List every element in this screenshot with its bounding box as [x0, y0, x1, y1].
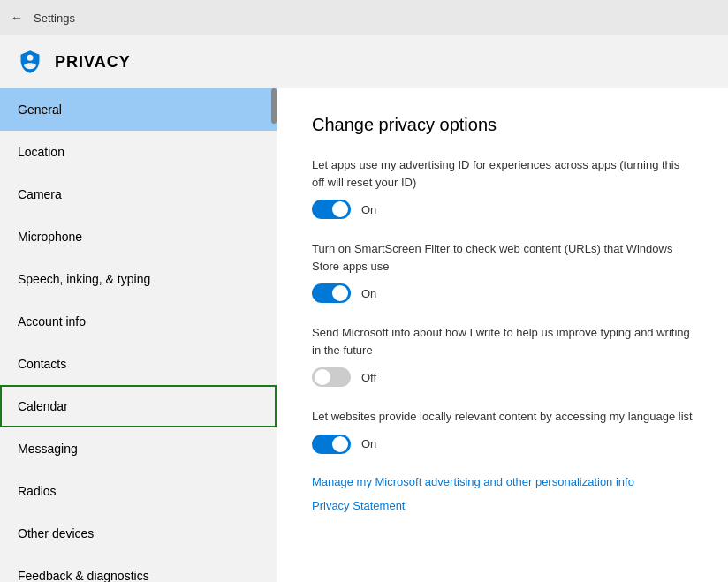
privacy-icon [18, 49, 42, 74]
toggle-label-typing-info: Off [361, 371, 376, 384]
toggle-knob-advertising-id [332, 201, 348, 217]
sidebar-item-other-devices[interactable]: Other devices [0, 512, 277, 555]
toggle-advertising-id[interactable] [312, 200, 351, 219]
toggle-typing-info[interactable] [312, 367, 351, 387]
option-description-language-list: Let websites provide locally relevant co… [312, 408, 693, 426]
toggle-label-advertising-id: On [361, 203, 376, 216]
content-title: Change privacy options [312, 115, 693, 135]
main-container: GeneralLocationCameraMicrophoneSpeech, i… [0, 88, 728, 582]
app-title: PRIVACY [55, 53, 131, 72]
toggle-row-smartscreen: On [312, 283, 693, 303]
toggle-smartscreen[interactable] [312, 283, 351, 303]
toggle-row-language-list: On [312, 435, 693, 454]
option-description-typing-info: Send Microsoft info about how I write to… [312, 324, 693, 359]
option-description-smartscreen: Turn on SmartScreen Filter to check web … [312, 240, 693, 275]
toggle-label-smartscreen: On [361, 287, 376, 300]
sidebar-item-messaging[interactable]: Messaging [0, 427, 277, 470]
app-header: PRIVACY [0, 35, 728, 88]
toggle-knob-language-list [332, 436, 348, 452]
sidebar-item-radios[interactable]: Radios [0, 470, 277, 512]
sidebar-item-location[interactable]: Location [0, 131, 277, 173]
sidebar-item-feedback-diagnostics[interactable]: Feedback & diagnostics [0, 555, 277, 582]
sidebar-item-calendar[interactable]: Calendar [0, 385, 277, 427]
option-advertising-id: Let apps use my advertising ID for exper… [312, 156, 693, 219]
toggle-language-list[interactable] [312, 435, 351, 454]
link-privacy-statement[interactable]: Privacy Statement [312, 499, 693, 512]
sidebar-item-account-info[interactable]: Account info [0, 300, 277, 343]
toggle-label-language-list: On [361, 437, 376, 450]
sidebar: GeneralLocationCameraMicrophoneSpeech, i… [0, 88, 277, 582]
sidebar-item-general[interactable]: General [0, 88, 277, 131]
toggle-row-typing-info: Off [312, 367, 693, 387]
toggle-row-advertising-id: On [312, 200, 693, 219]
title-bar: ← Settings [0, 0, 728, 35]
sidebar-item-speech-inking-typing[interactable]: Speech, inking, & typing [0, 258, 277, 300]
sidebar-item-contacts[interactable]: Contacts [0, 343, 277, 385]
link-manage-advertising[interactable]: Manage my Microsoft advertising and othe… [312, 475, 693, 488]
content-area: Change privacy options Let apps use my a… [277, 88, 728, 582]
option-description-advertising-id: Let apps use my advertising ID for exper… [312, 156, 693, 191]
toggle-knob-smartscreen [332, 285, 348, 301]
option-language-list: Let websites provide locally relevant co… [312, 408, 693, 454]
sidebar-item-microphone[interactable]: Microphone [0, 215, 277, 258]
sidebar-item-camera[interactable]: Camera [0, 173, 277, 215]
option-typing-info: Send Microsoft info about how I write to… [312, 324, 693, 387]
title-bar-text: Settings [34, 11, 75, 25]
toggle-knob-typing-info [315, 369, 330, 385]
back-button[interactable]: ← [11, 11, 23, 25]
option-smartscreen: Turn on SmartScreen Filter to check web … [312, 240, 693, 303]
scroll-indicator [271, 88, 277, 124]
